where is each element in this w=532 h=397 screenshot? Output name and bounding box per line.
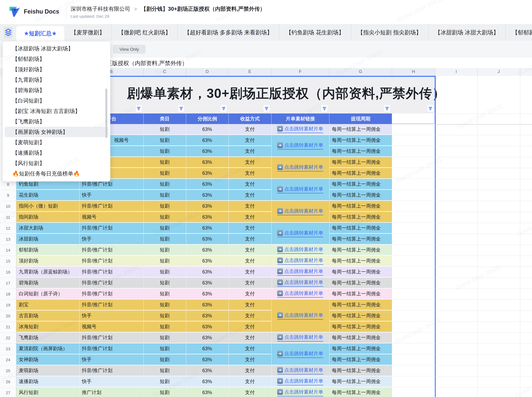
cell-category-r9[interactable]: 短剧 bbox=[144, 190, 186, 201]
cell-name-r27[interactable]: 风行短剧 bbox=[16, 387, 79, 397]
cell-platform-r25[interactable]: 抖音/推广计划 bbox=[79, 365, 143, 376]
row-number-13[interactable]: 13 bbox=[0, 237, 16, 242]
cell-category-r20[interactable]: 短剧 bbox=[144, 310, 186, 322]
cell-name-r26[interactable]: 速播剧场 bbox=[16, 376, 79, 387]
sheet-list-button[interactable] bbox=[4, 27, 13, 38]
cell-category-r24[interactable]: 短剧 bbox=[144, 354, 186, 365]
cell-platform-r20[interactable]: 快手 bbox=[79, 310, 143, 322]
cell-empty-h-r15[interactable] bbox=[392, 256, 435, 267]
column-letter-D[interactable]: D bbox=[206, 69, 209, 74]
tab-sheet-2[interactable]: 【超好看剧场 多多剧场 来看剧场】 bbox=[177, 24, 279, 41]
column-letter-I[interactable]: I bbox=[456, 69, 457, 74]
cell-cycle-r25[interactable]: 每周一结算上一周佣金 bbox=[329, 365, 392, 376]
cell-name-r12[interactable]: 冰甜大剧场 bbox=[16, 223, 79, 234]
cell-ratio-r27[interactable]: 63% bbox=[186, 387, 228, 397]
dropdown-item-2[interactable]: 【顶好剧场】 bbox=[5, 64, 108, 74]
cell-payment-r3[interactable]: 支付 bbox=[229, 124, 271, 135]
cell-ratio-r19[interactable]: 63% bbox=[186, 299, 228, 310]
cell-empty-h-r14[interactable] bbox=[392, 245, 435, 256]
cell-category-r4[interactable]: 短剧 bbox=[144, 135, 186, 146]
cell-payment-r17[interactable]: 支付 bbox=[229, 278, 271, 289]
cell-category-r17[interactable]: 短剧 bbox=[144, 278, 186, 289]
cell-cycle-r15[interactable]: 每周一结算上一周佣金 bbox=[329, 256, 392, 267]
cell-name-r11[interactable]: 指间剧场 bbox=[16, 212, 79, 223]
cell-payment-r19[interactable]: 支付 bbox=[229, 299, 271, 310]
row-number-21[interactable]: 21 bbox=[0, 325, 16, 329]
material-link-r25[interactable]: 点击跳转素材片单 bbox=[277, 367, 323, 374]
cell-payment-r21[interactable]: 支付 bbox=[229, 322, 271, 332]
cell-payment-r16[interactable]: 支付 bbox=[229, 267, 271, 278]
cell-name-r14[interactable]: 郁郁剧场 bbox=[16, 245, 79, 256]
cell-category-r14[interactable]: 短剧 bbox=[144, 245, 186, 256]
row-number-9[interactable]: 9 bbox=[0, 193, 16, 198]
material-link-r8[interactable]: 点击跳转素材片单 bbox=[277, 186, 323, 193]
cell-empty-h-r8[interactable] bbox=[392, 179, 435, 190]
dropdown-item-6[interactable]: 【剧宝 冰海短剧 古言剧场】 bbox=[5, 106, 108, 116]
cell-category-r13[interactable]: 短剧 bbox=[144, 234, 186, 245]
cell-category-r10[interactable]: 短剧 bbox=[144, 201, 186, 212]
cell-cycle-r9[interactable]: 每周一结算上一周佣金 bbox=[329, 190, 392, 201]
row-number-16[interactable]: 16 bbox=[0, 270, 16, 274]
cell-category-r11[interactable]: 短剧 bbox=[144, 212, 186, 223]
tab-sheet-3[interactable]: 【钓鱼剧场 花生剧场】 bbox=[279, 24, 351, 41]
cell-empty-h-r16[interactable] bbox=[392, 267, 435, 278]
cell-ratio-r20[interactable]: 63% bbox=[186, 310, 228, 322]
cell-ratio-r5[interactable]: 63% bbox=[186, 146, 228, 157]
cell-cycle-r3[interactable]: 每周一结算上一周佣金 bbox=[329, 124, 392, 135]
cell-empty-h-r18[interactable] bbox=[392, 289, 435, 299]
cell-cycle-r7[interactable]: 每周一结算上一周佣金 bbox=[329, 168, 392, 179]
material-link-r26[interactable]: 点击跳转素材片单 bbox=[277, 378, 323, 385]
cell-payment-r18[interactable]: 支付 bbox=[229, 289, 271, 299]
filter-button-0[interactable] bbox=[136, 105, 142, 112]
cell-platform-r22[interactable]: 抖音/推广计划 bbox=[79, 332, 143, 343]
cell-empty-h-r13[interactable] bbox=[392, 234, 435, 245]
cell-name-r10[interactable]: 指间小（微）短剧 bbox=[16, 201, 79, 212]
header-cell-5[interactable]: 片单素材链接 bbox=[272, 113, 329, 124]
dropdown-scrollbar[interactable] bbox=[105, 88, 107, 138]
cell-platform-r12[interactable]: 抖音/推广计划 bbox=[79, 223, 143, 234]
cell-category-r26[interactable]: 短剧 bbox=[144, 376, 186, 387]
cell-ratio-r7[interactable]: 63% bbox=[186, 168, 228, 179]
dropdown-item-7[interactable]: 【飞鹰剧场】 bbox=[5, 116, 108, 127]
material-link-r27[interactable]: 点击跳转素材片单 bbox=[277, 389, 323, 396]
cell-empty-h-r17[interactable] bbox=[392, 278, 435, 289]
cell-cycle-r22[interactable]: 每周一结算上一周佣金 bbox=[329, 332, 392, 343]
cell-empty-h-r24[interactable] bbox=[392, 354, 435, 365]
cell-payment-r9[interactable]: 支付 bbox=[229, 190, 271, 201]
cell-platform-r24[interactable]: 快手 bbox=[79, 354, 143, 365]
column-letter-C[interactable]: C bbox=[163, 69, 166, 74]
cell-cycle-r11[interactable]: 每周一结算上一周佣金 bbox=[329, 212, 392, 223]
cell-empty-h-r23[interactable] bbox=[392, 343, 435, 354]
dropdown-item-1[interactable]: 【郁郁剧场】 bbox=[5, 54, 108, 64]
filter-button-6[interactable] bbox=[427, 105, 434, 112]
cell-platform-r16[interactable]: 抖音/推广计划 bbox=[79, 267, 143, 278]
row-number-11[interactable]: 11 bbox=[0, 215, 16, 220]
cell-platform-r15[interactable]: 抖音/推广计划 bbox=[79, 256, 143, 267]
cell-cycle-r6[interactable]: 每周一结算上一周佣金 bbox=[329, 157, 392, 168]
dropdown-item-0[interactable]: 【冰甜剧场 冰甜大剧场】 bbox=[5, 43, 108, 54]
cell-platform-r26[interactable]: 快手 bbox=[79, 376, 143, 387]
cell-ratio-r11[interactable]: 63% bbox=[186, 212, 228, 223]
dropdown-item-4[interactable]: 【碧海剧场】 bbox=[5, 85, 108, 95]
cell-empty-h-r5[interactable] bbox=[392, 146, 435, 157]
cell-category-r12[interactable]: 短剧 bbox=[144, 223, 186, 234]
cell-platform-r27[interactable]: 推广计划 bbox=[79, 387, 143, 397]
cell-empty-h-r11[interactable] bbox=[392, 212, 435, 223]
cell-ratio-r18[interactable]: 63% bbox=[186, 289, 228, 299]
cell-empty-h-r19[interactable] bbox=[392, 299, 435, 310]
cell-cycle-r12[interactable]: 每周一结算上一周佣金 bbox=[329, 223, 392, 234]
cell-name-r21[interactable]: 冰海短剧 bbox=[16, 322, 79, 332]
dropdown-item-8[interactable]: 【画屏剧场 女神剧场】 bbox=[5, 127, 108, 137]
cell-ratio-r22[interactable]: 63% bbox=[186, 332, 228, 343]
header-cell-3[interactable]: 分佣比例 bbox=[186, 113, 229, 124]
cell-ratio-r15[interactable]: 63% bbox=[186, 256, 228, 267]
cell-ratio-r23[interactable]: 63% bbox=[186, 343, 228, 354]
cell-cycle-r23[interactable]: 每周一结算上一周佣金 bbox=[329, 343, 392, 354]
cell-payment-r10[interactable]: 支付 bbox=[229, 201, 271, 212]
cell-ratio-r10[interactable]: 63% bbox=[186, 201, 228, 212]
material-link-r18[interactable]: 点击跳转素材片单 bbox=[277, 290, 323, 298]
cell-ratio-r13[interactable]: 63% bbox=[186, 234, 228, 245]
cell-platform-r23[interactable]: 抖音/推广计划 bbox=[79, 343, 143, 354]
cell-ratio-r4[interactable]: 63% bbox=[186, 135, 228, 146]
cell-name-r13[interactable]: 冰甜剧场 bbox=[16, 234, 79, 245]
